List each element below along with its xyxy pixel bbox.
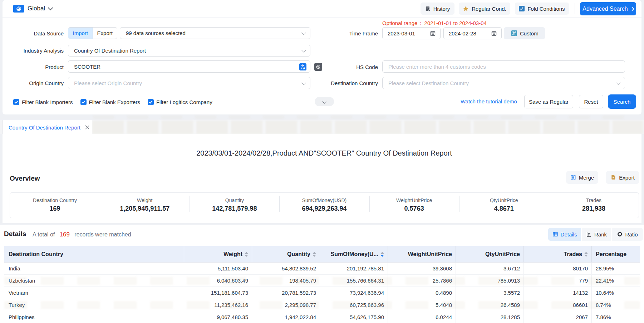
svg-text:A: A [303, 67, 305, 70]
